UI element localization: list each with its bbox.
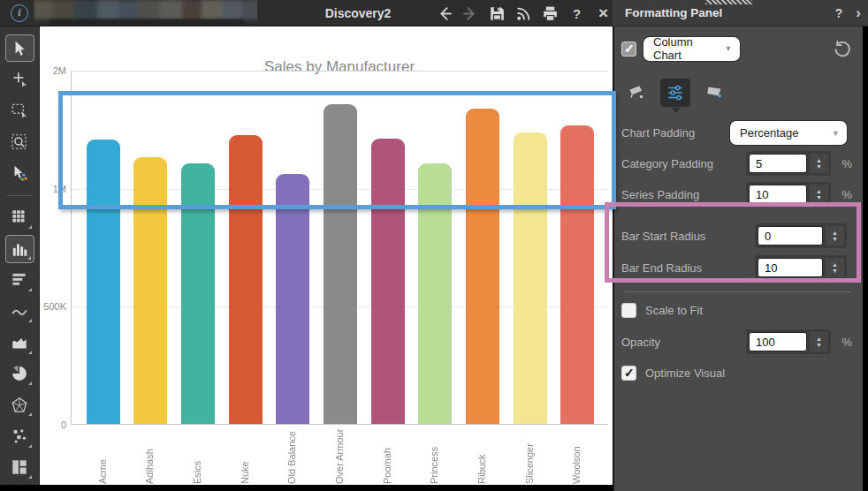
- save-icon[interactable]: [488, 4, 506, 23]
- bar-end-radius-stepper[interactable]: ▲▼: [826, 258, 844, 277]
- scatter-chart-tool[interactable]: [5, 422, 34, 449]
- y-tick-label: 1M: [53, 184, 66, 194]
- y-tick-label: 2M: [53, 65, 66, 76]
- bar-start-radius-input[interactable]: [758, 226, 823, 246]
- bar-princess[interactable]: [418, 163, 452, 424]
- toolbar-divider: [7, 195, 32, 196]
- treemap-chart-tool[interactable]: [5, 454, 34, 481]
- opacity-input[interactable]: [749, 332, 807, 351]
- optimize-visual-checkbox[interactable]: ✓: [621, 366, 636, 381]
- multi-select-tool[interactable]: [5, 159, 34, 186]
- visualization-toolbar: [0, 26, 40, 485]
- x-tick-label: Old Balance: [286, 426, 297, 484]
- field-label: Bar Start Radius: [621, 230, 755, 243]
- info-icon[interactable]: i: [11, 4, 28, 22]
- visual-enabled-checkbox[interactable]: ✓: [621, 42, 636, 57]
- back-button[interactable]: [435, 4, 453, 23]
- add-pointer-tool[interactable]: [5, 65, 34, 93]
- bar-old-balance[interactable]: [276, 174, 309, 424]
- area-chart-tool[interactable]: [5, 329, 34, 356]
- bar-end-radius-input[interactable]: [758, 258, 823, 277]
- chart-padding-dropdown[interactable]: Percentage ▼: [730, 121, 847, 145]
- radar-chart-tool[interactable]: [5, 391, 34, 419]
- bar-poomah[interactable]: [371, 139, 405, 424]
- field-label: Bar End Radius: [621, 261, 755, 275]
- printer-icon[interactable]: [541, 4, 560, 23]
- x-tick-label: Woolson: [571, 426, 582, 484]
- settings-tab[interactable]: [660, 79, 690, 107]
- field-label: Series Padding: [621, 188, 746, 201]
- bar-chart-tool[interactable]: [5, 267, 34, 294]
- publish-icon[interactable]: [514, 4, 533, 23]
- x-tick-label: Ribuck: [476, 426, 487, 484]
- x-tick-label: Princess: [429, 426, 439, 484]
- forward-button[interactable]: [461, 4, 480, 23]
- category-padding-input[interactable]: [749, 154, 807, 173]
- app-window: i Discovery2: [0, 0, 868, 491]
- bar-series: [72, 71, 608, 424]
- bar-esics[interactable]: [181, 163, 215, 424]
- field-label: Category Padding: [621, 157, 746, 170]
- category-padding-stepper[interactable]: ▲▼: [810, 154, 828, 173]
- panel-divider: [623, 291, 850, 292]
- x-tick-label: Poomah: [382, 426, 392, 484]
- bar-woolson[interactable]: [560, 125, 594, 424]
- y-tick-label: 0: [61, 419, 66, 430]
- scale-to-fit-checkbox[interactable]: ✓: [621, 303, 636, 318]
- panel-tabs: [621, 77, 852, 109]
- column-chart-tool[interactable]: [5, 235, 34, 262]
- x-tick-label: Slicenger: [524, 426, 535, 484]
- field-label: Chart Padding: [621, 126, 730, 140]
- x-tick-label: Adihash: [144, 426, 155, 484]
- visual-type-dropdown[interactable]: Column Chart ▼: [643, 37, 740, 61]
- style-tab[interactable]: [621, 79, 651, 107]
- x-tick-label: Acme: [97, 426, 108, 484]
- series-padding-input[interactable]: [749, 185, 807, 204]
- x-tick-label: Esics: [192, 426, 202, 484]
- panel-collapse-icon[interactable]: ›: [849, 4, 868, 22]
- marquee-select-tool[interactable]: [5, 97, 34, 125]
- series-padding-stepper[interactable]: ▲▼: [810, 185, 828, 204]
- bar-ribuck[interactable]: [466, 109, 499, 424]
- chart-canvas: Sales by Manufacturer 2M1M500K0 AcmeAdih…: [40, 26, 613, 485]
- formatting-panel-title: Formatting Panel: [625, 6, 829, 19]
- bar-adihash[interactable]: [133, 157, 167, 424]
- field-label: Optimize Visual: [645, 366, 852, 380]
- bar-slicenger[interactable]: [514, 132, 547, 424]
- panel-help-icon[interactable]: ?: [829, 6, 849, 20]
- reset-icon[interactable]: [833, 39, 852, 58]
- redacted-toolbar-area: [34, 0, 257, 26]
- background-tab[interactable]: [699, 79, 729, 107]
- document-title: Discovery2: [292, 0, 424, 26]
- plot-area: [71, 71, 608, 425]
- formatting-panel: ✓ Column Chart ▼ Chart Padding: [613, 26, 868, 491]
- opacity-stepper[interactable]: ▲▼: [810, 332, 828, 351]
- x-tick-label: Nuke: [240, 426, 250, 484]
- select-tool[interactable]: [5, 34, 34, 62]
- y-axis: 2M1M500K0: [40, 71, 68, 425]
- bar-nuke[interactable]: [229, 135, 263, 424]
- x-tick-label: Over Armour: [334, 426, 345, 484]
- panel-drag-grip[interactable]: [705, 0, 752, 4]
- bar-over-armour[interactable]: [324, 104, 357, 424]
- y-tick-label: 500K: [43, 301, 66, 312]
- help-icon[interactable]: ?: [567, 4, 586, 23]
- top-toolbar: i Discovery2: [0, 0, 613, 26]
- chevron-down-icon: ▼: [832, 129, 840, 138]
- field-label: Scale to Fit: [645, 304, 852, 317]
- x-axis-labels: AcmeAdihashEsicsNukeOld BalanceOver Armo…: [72, 426, 607, 484]
- bar-start-radius-stepper[interactable]: ▲▼: [826, 226, 844, 246]
- bar-acme[interactable]: [87, 140, 120, 424]
- pie-chart-tool[interactable]: [5, 360, 34, 388]
- grid-view-tool[interactable]: [5, 204, 34, 231]
- line-chart-tool[interactable]: [5, 298, 34, 325]
- field-label: Opacity: [621, 336, 746, 349]
- zoom-select-tool[interactable]: [5, 128, 34, 155]
- chevron-down-icon: ▼: [725, 44, 733, 53]
- close-icon[interactable]: ×: [594, 4, 613, 23]
- window-bottom-border: [0, 485, 613, 491]
